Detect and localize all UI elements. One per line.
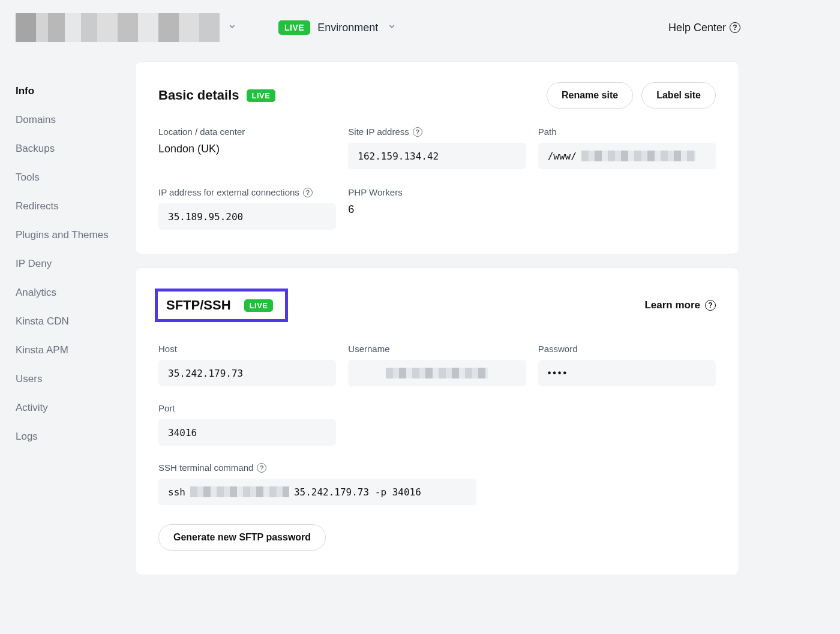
sftp-title: SFTP/SSH [166, 298, 231, 313]
field-location: Location / data center London (UK) [158, 127, 336, 169]
site-name-redacted [16, 13, 220, 42]
learn-more-label: Learn more [644, 299, 700, 311]
generate-sftp-password-button[interactable]: Generate new SFTP password [158, 524, 326, 551]
page-header: LIVE Environment Help Center ? [0, 0, 756, 61]
environment-label: Environment [317, 22, 378, 34]
sidebar-item-ip-deny[interactable]: IP Deny [16, 250, 135, 278]
ssh-command-label: SSH terminal command [158, 462, 253, 473]
help-center-label: Help Center [668, 22, 726, 34]
sidebar-item-kinsta-cdn[interactable]: Kinsta CDN [16, 307, 135, 336]
sidebar-item-plugins-themes[interactable]: Plugins and Themes [16, 221, 135, 250]
live-badge: LIVE [278, 20, 310, 35]
rename-site-button[interactable]: Rename site [547, 82, 633, 109]
location-value: London (UK) [158, 143, 336, 155]
help-center-link[interactable]: Help Center ? [668, 22, 740, 34]
ssh-command-suffix: 35.242.179.73 -p 34016 [294, 486, 421, 498]
sidebar-item-kinsta-apm[interactable]: Kinsta APM [16, 336, 135, 365]
help-icon: ? [730, 22, 740, 33]
learn-more-link[interactable]: Learn more ? [644, 299, 716, 311]
sftp-title-highlight: SFTP/SSH LIVE [155, 289, 288, 322]
sidebar-item-redirects[interactable]: Redirects [16, 192, 135, 221]
sftp-ssh-card: SFTP/SSH LIVE Learn more ? Host 35.242.1… [135, 268, 739, 575]
password-value[interactable]: •••• [538, 360, 716, 386]
external-ip-label: IP address for external connections [158, 187, 299, 197]
ssh-user-redacted [190, 486, 289, 497]
field-password: Password •••• [538, 344, 716, 386]
sidebar-item-domains[interactable]: Domains [16, 106, 135, 134]
sidebar-item-analytics[interactable]: Analytics [16, 278, 135, 307]
site-switcher-caret[interactable] [228, 22, 236, 33]
basic-details-card: Basic details LIVE Rename site Label sit… [135, 61, 739, 254]
username-label: Username [348, 344, 526, 354]
php-workers-label: PHP Workers [348, 187, 526, 197]
port-label: Port [158, 403, 336, 413]
field-ssh-command: SSH terminal command ? ssh 35.242.179.73… [158, 462, 526, 505]
username-redacted [386, 368, 488, 378]
location-label: Location / data center [158, 127, 336, 137]
host-value[interactable]: 35.242.179.73 [158, 360, 336, 386]
environment-switcher[interactable]: LIVE Environment [278, 20, 396, 35]
site-ip-label: Site IP address [348, 127, 409, 137]
sidebar-item-users[interactable]: Users [16, 365, 135, 393]
field-username: Username [348, 344, 526, 386]
site-ip-value[interactable]: 162.159.134.42 [348, 143, 526, 169]
field-php-workers: PHP Workers 6 [348, 187, 526, 230]
external-ip-value[interactable]: 35.189.95.200 [158, 203, 336, 230]
path-redacted [581, 151, 695, 161]
sidebar-item-activity[interactable]: Activity [16, 393, 135, 422]
label-site-button[interactable]: Label site [641, 82, 716, 109]
sidebar-item-tools[interactable]: Tools [16, 163, 135, 192]
password-label: Password [538, 344, 716, 354]
path-prefix: /www/ [548, 151, 577, 162]
php-workers-value: 6 [348, 203, 526, 216]
sidebar-item-backups[interactable]: Backups [16, 134, 135, 163]
path-value[interactable]: /www/ [538, 143, 716, 169]
sidebar-item-logs[interactable]: Logs [16, 422, 135, 451]
field-port: Port 34016 [158, 403, 336, 446]
ssh-command-prefix: ssh [168, 486, 185, 498]
port-value[interactable]: 34016 [158, 419, 336, 446]
sidebar: Info Domains Backups Tools Redirects Plu… [0, 61, 135, 451]
sidebar-item-info[interactable]: Info [16, 77, 135, 106]
ssh-command-value[interactable]: ssh 35.242.179.73 -p 34016 [158, 479, 476, 505]
host-label: Host [158, 344, 336, 354]
help-icon: ? [705, 300, 716, 311]
field-path: Path /www/ [538, 127, 716, 169]
chevron-down-icon [388, 22, 396, 33]
help-icon[interactable]: ? [303, 188, 313, 197]
field-external-ip: IP address for external connections ? 35… [158, 187, 336, 230]
username-value[interactable] [348, 360, 526, 386]
field-host: Host 35.242.179.73 [158, 344, 336, 386]
field-site-ip: Site IP address ? 162.159.134.42 [348, 127, 526, 169]
path-label: Path [538, 127, 716, 137]
help-icon[interactable]: ? [257, 463, 266, 473]
live-badge: LIVE [247, 89, 276, 102]
live-badge: LIVE [244, 299, 274, 312]
basic-details-title: Basic details [158, 88, 239, 103]
help-icon[interactable]: ? [413, 127, 422, 137]
